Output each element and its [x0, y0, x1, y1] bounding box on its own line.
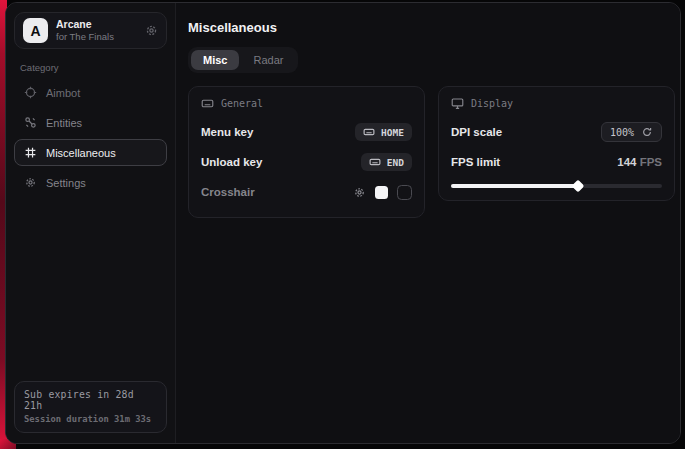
sidebar-item-label: Entities [46, 117, 82, 129]
menu-key-value: HOME [381, 127, 404, 138]
dpi-scale-row: DPI scale 100% [451, 119, 662, 145]
fps-slider[interactable] [451, 184, 662, 188]
page-title: Miscellaneous [188, 20, 675, 35]
display-card: Display DPI scale 100% FPS limit [438, 86, 675, 201]
menu-key-label: Menu key [201, 126, 253, 138]
unload-key-button[interactable]: END [361, 153, 412, 171]
sidebar-item-label: Settings [46, 177, 86, 189]
fps-unit: FPS [640, 156, 662, 168]
fps-limit-row: FPS limit 144 FPS [451, 149, 662, 175]
crosshair-icon [24, 86, 37, 99]
brand-title: Arcane [56, 18, 114, 31]
monitor-icon [451, 97, 464, 110]
sidebar-item-aimbot[interactable]: Aimbot [14, 79, 167, 106]
keyboard-icon [369, 156, 381, 168]
unload-key-value: END [387, 157, 404, 168]
tab-radar[interactable]: Radar [241, 50, 295, 70]
crosshair-label: Crosshair [201, 186, 255, 198]
session-duration-text: Session duration 31m 33s [24, 414, 157, 424]
nodes-icon [24, 116, 37, 129]
menu-key-button[interactable]: HOME [355, 123, 412, 141]
sidebar-item-settings[interactable]: Settings [14, 169, 167, 196]
brand-card: A Arcane for The Finals [14, 12, 167, 49]
category-label: Category [20, 62, 161, 73]
general-card: General Menu key HOME Unload key [188, 86, 425, 218]
display-card-title: Display [471, 98, 513, 109]
dpi-scale-control[interactable]: 100% [601, 122, 662, 142]
tab-misc[interactable]: Misc [191, 50, 239, 70]
sub-expiry-text: Sub expires in 28d 21h [24, 389, 157, 411]
crosshair-checkbox[interactable] [397, 185, 412, 200]
keyboard-icon [363, 126, 375, 138]
fps-slider-fill [451, 184, 578, 188]
gear-icon [24, 176, 37, 189]
grid-icon [24, 146, 37, 159]
fps-slider-thumb[interactable] [571, 180, 584, 193]
app-window: A Arcane for The Finals Category Aimbot [5, 2, 681, 444]
crosshair-row: Crosshair [201, 179, 412, 205]
menu-key-row: Menu key HOME [201, 119, 412, 145]
sidebar-item-label: Miscellaneous [46, 147, 116, 159]
gear-icon[interactable] [145, 24, 158, 37]
crosshair-settings-button[interactable] [353, 186, 366, 199]
sidebar-nav: Aimbot Entities Miscellaneous [14, 79, 167, 196]
general-card-title: General [221, 98, 263, 109]
unload-key-label: Unload key [201, 156, 262, 168]
dpi-scale-value: 100% [610, 127, 634, 138]
crosshair-color-swatch[interactable] [375, 186, 388, 199]
keyboard-icon [201, 97, 214, 110]
sidebar-item-entities[interactable]: Entities [14, 109, 167, 136]
unload-key-row: Unload key END [201, 149, 412, 175]
refresh-icon[interactable] [641, 126, 653, 138]
arcane-logo: A [23, 18, 48, 43]
sidebar: A Arcane for The Finals Category Aimbot [6, 3, 176, 443]
fps-limit-value: 144 [617, 156, 636, 168]
sidebar-item-miscellaneous[interactable]: Miscellaneous [14, 139, 167, 166]
fps-limit-label: FPS limit [451, 156, 500, 168]
dpi-scale-label: DPI scale [451, 126, 502, 138]
tab-group: Misc Radar [188, 47, 298, 73]
subscription-status-box: Sub expires in 28d 21h Session duration … [14, 381, 167, 433]
main-panel: Miscellaneous Misc Radar General Menu ke… [176, 3, 681, 443]
brand-subtitle: for The Finals [56, 31, 114, 43]
sidebar-item-label: Aimbot [46, 87, 80, 99]
